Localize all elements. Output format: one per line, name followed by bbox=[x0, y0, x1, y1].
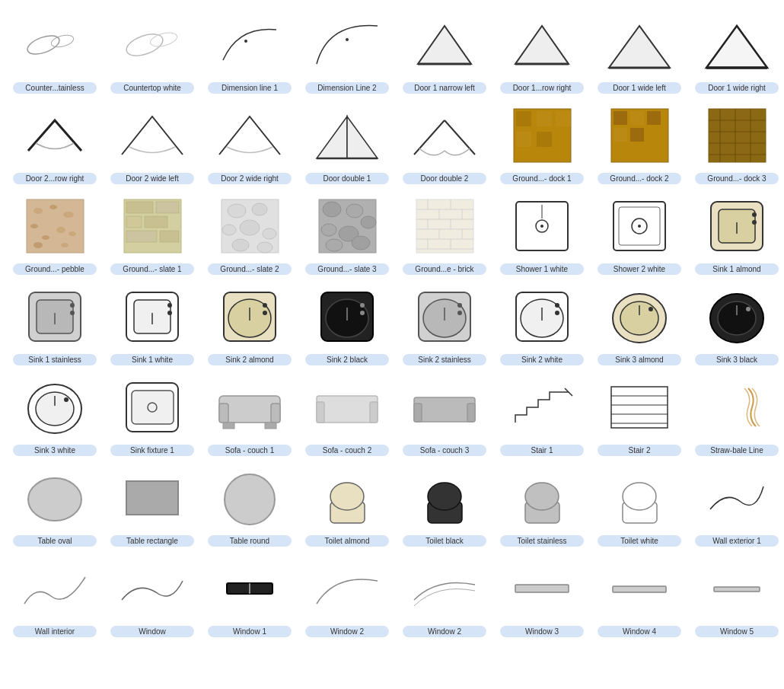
grid-cell-sink3-black[interactable]: Sink 3 black bbox=[688, 278, 784, 368]
svg-rect-149 bbox=[317, 396, 378, 423]
grid-cell-ground-brick[interactable]: Ground...e - brick bbox=[396, 187, 493, 278]
grid-cell-countertop-white[interactable]: Countertop white bbox=[104, 6, 201, 97]
countertop-stainless-icon bbox=[13, 11, 97, 79]
grid-cell-stair-2[interactable]: Stair 2 bbox=[591, 368, 688, 459]
grid-cell-sink2-white[interactable]: Sink 2 white bbox=[493, 278, 591, 368]
grid-cell-window[interactable]: Window bbox=[104, 550, 201, 640]
grid-cell-table-oval[interactable]: Table oval bbox=[6, 459, 104, 550]
item-label-10: Door 2 wide right bbox=[208, 173, 292, 184]
window-icon bbox=[110, 554, 194, 623]
grid-cell-door1-wide-left[interactable]: Door 1 wide left bbox=[591, 6, 688, 97]
svg-point-40 bbox=[63, 212, 74, 218]
svg-point-113 bbox=[263, 311, 267, 315]
grid-cell-toilet-stainless[interactable]: Toilet stainless bbox=[493, 459, 591, 550]
grid-cell-countertop-stainless[interactable]: Counter...tainless bbox=[6, 6, 104, 97]
item-label-14: Ground...- dock 2 bbox=[598, 173, 681, 184]
sink2-white-icon bbox=[500, 282, 584, 351]
grid-cell-sink-fixture-1[interactable]: Sink fixture 1 bbox=[104, 368, 201, 459]
grid-cell-ground-slate-3[interactable]: Ground...- slate 3 bbox=[298, 187, 396, 278]
svg-point-60 bbox=[232, 239, 249, 251]
item-label-12: Door double 2 bbox=[403, 173, 486, 184]
grid-cell-sofa-couch-3[interactable]: Sofa - couch 3 bbox=[396, 368, 493, 459]
item-label-23: Sink 1 almond bbox=[695, 263, 779, 275]
svg-rect-28 bbox=[630, 128, 644, 142]
svg-rect-53 bbox=[160, 231, 179, 242]
item-label-47: Wall exterior 1 bbox=[695, 535, 779, 547]
grid-cell-sofa-couch-1[interactable]: Sofa - couch 1 bbox=[201, 368, 298, 459]
svg-point-38 bbox=[33, 208, 43, 214]
svg-rect-148 bbox=[265, 423, 276, 429]
item-label-0: Counter...tainless bbox=[13, 82, 97, 94]
item-label-55: Window 5 bbox=[695, 626, 779, 637]
grid-cell-window-2b[interactable]: Window 2 bbox=[396, 550, 493, 640]
grid-cell-ground-slate-1[interactable]: Ground...- slate 1 bbox=[104, 187, 201, 278]
grid-cell-sink1-white[interactable]: Sink 1 white bbox=[104, 278, 201, 368]
grid-cell-shower2-white[interactable]: Shower 2 white bbox=[591, 187, 688, 278]
grid-cell-shower1-white[interactable]: Shower 1 white bbox=[493, 187, 591, 278]
svg-rect-50 bbox=[126, 216, 142, 228]
svg-rect-18 bbox=[516, 111, 531, 126]
svg-rect-142 bbox=[132, 391, 174, 424]
svg-marker-8 bbox=[515, 26, 569, 64]
grid-cell-dimension-line-1[interactable]: Dimension line 1 bbox=[201, 6, 298, 97]
grid-cell-ground-dock-3[interactable]: Ground...- dock 3 bbox=[688, 97, 784, 187]
sink3-almond-icon bbox=[598, 282, 681, 351]
grid-cell-window-4[interactable]: Window 4 bbox=[591, 550, 688, 640]
grid-cell-table-round[interactable]: Table round bbox=[201, 459, 298, 550]
grid-cell-ground-pebble[interactable]: Ground...- pebble bbox=[6, 187, 104, 278]
svg-point-5 bbox=[346, 38, 349, 41]
item-label-25: Sink 1 white bbox=[110, 354, 194, 365]
grid-cell-door2-wide-left[interactable]: Door 2 wide left bbox=[104, 97, 201, 187]
svg-rect-154 bbox=[467, 404, 475, 422]
door2-narrow-right-icon bbox=[13, 101, 97, 170]
ground-slate-2-icon bbox=[208, 192, 292, 260]
grid-cell-window-1[interactable]: Window 1 bbox=[201, 550, 298, 640]
item-label-53: Window 3 bbox=[500, 626, 584, 637]
grid-cell-toilet-white[interactable]: Toilet white bbox=[591, 459, 688, 550]
svg-rect-26 bbox=[647, 111, 661, 125]
grid-cell-sink3-white[interactable]: Sink 3 white bbox=[6, 368, 104, 459]
grid-cell-door-double-2[interactable]: Door double 2 bbox=[396, 97, 493, 187]
grid-cell-door1-narrow-right[interactable]: Door 1...row right bbox=[493, 6, 591, 97]
svg-point-162 bbox=[225, 474, 275, 525]
grid-cell-sofa-couch-2[interactable]: Sofa - couch 2 bbox=[298, 368, 396, 459]
grid-cell-door1-narrow-left[interactable]: Door 1 narrow left bbox=[396, 6, 493, 97]
grid-cell-straw-bale-line[interactable]: Straw-bale Line bbox=[688, 368, 784, 459]
grid-cell-window-3[interactable]: Window 3 bbox=[493, 550, 591, 640]
grid-cell-sink1-almond[interactable]: Sink 1 almond bbox=[688, 187, 784, 278]
grid-cell-wall-interior[interactable]: Wall interior bbox=[6, 550, 104, 640]
item-label-37: Stair 1 bbox=[500, 445, 584, 456]
icon-grid: Counter...tainless Countertop white Dime… bbox=[0, 0, 784, 646]
item-label-32: Sink 3 white bbox=[13, 445, 97, 456]
table-rectangle-icon bbox=[110, 464, 194, 532]
grid-cell-window-2[interactable]: Window 2 bbox=[298, 550, 396, 640]
grid-cell-door2-narrow-right[interactable]: Door 2...row right bbox=[6, 97, 104, 187]
svg-rect-19 bbox=[537, 111, 552, 126]
grid-cell-dimension-line-2[interactable]: Dimension Line 2 bbox=[298, 6, 396, 97]
grid-cell-window-5[interactable]: Window 5 bbox=[688, 550, 784, 640]
grid-cell-ground-slate-2[interactable]: Ground...- slate 2 bbox=[201, 187, 298, 278]
grid-cell-sink3-almond[interactable]: Sink 3 almond bbox=[591, 278, 688, 368]
grid-cell-toilet-almond[interactable]: Toilet almond bbox=[298, 459, 396, 550]
grid-cell-wall-exterior-1[interactable]: Wall exterior 1 bbox=[688, 459, 784, 550]
grid-cell-door2-wide-right[interactable]: Door 2 wide right bbox=[201, 97, 298, 187]
svg-marker-12 bbox=[706, 26, 767, 68]
grid-cell-ground-dock-2[interactable]: Ground...- dock 2 bbox=[591, 97, 688, 187]
svg-rect-151 bbox=[370, 402, 378, 423]
toilet-black-icon bbox=[403, 464, 486, 532]
grid-cell-sink1-stainless[interactable]: Sink 1 stainless bbox=[6, 278, 104, 368]
grid-cell-sink2-almond[interactable]: Sink 2 almond bbox=[201, 278, 298, 368]
grid-cell-stair-1[interactable]: Stair 1 bbox=[493, 368, 591, 459]
grid-cell-door1-wide-right[interactable]: Door 1 wide right bbox=[688, 6, 784, 97]
svg-point-132 bbox=[649, 307, 653, 311]
door2-wide-left-icon bbox=[110, 101, 194, 170]
ground-dock-2-icon bbox=[598, 101, 681, 170]
grid-cell-toilet-black[interactable]: Toilet black bbox=[396, 459, 493, 550]
grid-cell-sink2-black[interactable]: Sink 2 black bbox=[298, 278, 396, 368]
grid-cell-table-rectangle[interactable]: Table rectangle bbox=[104, 459, 201, 550]
grid-cell-ground-dock-1[interactable]: Ground...- dock 1 bbox=[493, 97, 591, 187]
grid-cell-sink2-stainless[interactable]: Sink 2 stainless bbox=[396, 278, 493, 368]
sink2-almond-icon bbox=[208, 282, 292, 351]
window-2b-icon bbox=[403, 554, 486, 623]
grid-cell-door-double-1[interactable]: Door double 1 bbox=[298, 97, 396, 187]
